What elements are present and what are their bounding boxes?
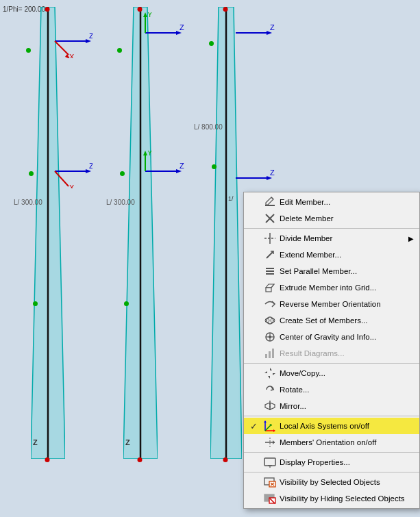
menu-item-center-gravity[interactable]: Center of Gravity and Info... (244, 329, 419, 345)
svg-marker-71 (273, 440, 275, 444)
svg-text:X: X (69, 53, 75, 58)
icon-extend (263, 249, 277, 261)
svg-text:Y: Y (147, 151, 153, 157)
menu-label-display-properties: Display Properties... (280, 458, 414, 466)
svg-marker-57 (270, 368, 272, 373)
length-label-2: L/ 300.00 (106, 199, 135, 206)
svg-point-53 (269, 336, 271, 338)
svg-text:Z: Z (89, 31, 92, 40)
node-green-2b (120, 171, 125, 176)
menu-label-local-axis: Local Axis Systems on/off (280, 422, 414, 430)
svg-text:Z: Z (180, 23, 184, 31)
menu-item-reverse-orientation[interactable]: Reverse Member Orientation (244, 296, 419, 312)
svg-line-11 (55, 171, 69, 186)
z-label-bottom-2: Z (125, 438, 130, 446)
separator-sep4 (244, 452, 419, 453)
axis-mid-1: Z X (51, 151, 92, 188)
length-label-1: L/ 300.00 (14, 199, 42, 206)
menu-item-extrude-member[interactable]: Extrude Member into Grid... (244, 279, 419, 296)
svg-marker-62 (265, 403, 270, 409)
icon-axis (263, 420, 277, 432)
menu-item-rotate[interactable]: Rotate... (244, 381, 419, 398)
svg-rect-56 (272, 349, 274, 358)
separator-sep2 (244, 363, 419, 364)
svg-marker-59 (264, 371, 269, 373)
menu-label-visibility-selected: Visibility by Selected Objects (280, 478, 414, 486)
svg-text:Y: Y (147, 12, 153, 18)
menu-label-delete-member: Delete Member (280, 214, 414, 223)
beam-svg-2 (123, 7, 158, 459)
axis-mid-3: Z (232, 157, 277, 195)
menu-item-local-axis[interactable]: ✓Local Axis Systems on/off (244, 418, 419, 434)
icon-mirror (263, 400, 277, 412)
svg-line-5 (55, 41, 69, 55)
axis-mid-2: Z Y (142, 151, 186, 188)
small-label-3: 1/ (228, 195, 234, 202)
menu-label-rotate: Rotate... (280, 386, 414, 394)
node-top-1 (45, 7, 50, 12)
menu-item-visibility-selected[interactable]: Visibility by Selected Objects (244, 474, 419, 490)
svg-text:Z: Z (270, 23, 275, 31)
menu-item-move-copy[interactable]: Move/Copy... (244, 365, 419, 381)
icon-rotate (263, 383, 277, 396)
menu-label-members-orientation: Members' Orientation on/off (280, 438, 414, 446)
svg-text:Z: Z (180, 162, 184, 170)
node-green-1c (33, 301, 38, 306)
beam-svg-3 (210, 7, 242, 459)
submenu-arrow-divide-member: ▶ (408, 235, 414, 242)
menu-item-members-orientation[interactable]: Members' Orientation on/off (244, 434, 419, 451)
viewport: 1/Phi= 200.00 Z X (0, 0, 420, 517)
checkmark-local-axis: ✓ (247, 421, 260, 431)
icon-delete (263, 212, 277, 225)
node-green-2c (124, 301, 129, 306)
node-bottom-2 (138, 457, 143, 462)
menu-item-edit-member[interactable]: Edit Member... (244, 194, 419, 210)
separator-sep5 (244, 472, 419, 472)
icon-parallel (263, 265, 277, 277)
svg-line-40 (267, 251, 273, 258)
icon-display (263, 456, 277, 468)
axis-top-3: Z (232, 12, 277, 50)
menu-item-divide-member[interactable]: Divide Member▶ (244, 230, 419, 247)
node-bottom-1 (45, 457, 50, 462)
menu-item-extend-member[interactable]: Extend Member... (244, 247, 419, 263)
icon-reverse (263, 298, 277, 310)
node-top-2 (138, 7, 143, 12)
svg-marker-63 (270, 403, 275, 409)
svg-rect-73 (264, 458, 275, 466)
icon-vis-selected (263, 476, 277, 488)
menu-label-move-copy: Move/Copy... (280, 369, 414, 377)
menu-label-visibility-hiding: Visibility by Hiding Selected Objects (280, 494, 414, 503)
menu-item-create-set[interactable]: Create Set of Members... (244, 312, 419, 329)
svg-text:Z: Z (270, 168, 275, 177)
menu-label-mirror: Mirror... (280, 402, 414, 410)
beam-svg-1 (31, 7, 65, 459)
menu-label-create-set: Create Set of Members... (280, 316, 414, 325)
node-top-3 (223, 7, 228, 12)
node-bottom-3 (223, 457, 228, 462)
context-menu: Edit Member...Delete MemberDivide Member… (243, 192, 420, 509)
svg-rect-54 (265, 354, 267, 358)
menu-item-set-parallel[interactable]: Set Parallel Member... (244, 263, 419, 279)
icon-set (263, 314, 277, 327)
svg-marker-65 (264, 420, 267, 423)
menu-item-result-diagrams: Result Diagrams... (244, 345, 419, 362)
axis-top-1: Z X (51, 21, 92, 58)
svg-rect-44 (266, 288, 271, 292)
icon-divide (263, 232, 277, 244)
icon-move (263, 367, 277, 379)
z-label-bottom-1: Z (33, 438, 38, 446)
menu-item-visibility-hiding[interactable]: Visibility by Hiding Selected Objects (244, 490, 419, 507)
icon-extrude (263, 281, 277, 294)
menu-label-set-parallel: Set Parallel Member... (280, 267, 414, 275)
icon-orientation (263, 436, 277, 449)
svg-point-47 (267, 317, 273, 324)
view-column-1: Z X Z X Z L/ 300.00 (14, 0, 82, 466)
node-green-1a (26, 48, 31, 53)
menu-label-edit-member: Edit Member... (280, 198, 414, 206)
menu-item-mirror[interactable]: Mirror... (244, 398, 419, 414)
menu-item-delete-member[interactable]: Delete Member (244, 210, 419, 227)
node-green-3b (212, 164, 217, 169)
menu-item-display-properties[interactable]: Display Properties... (244, 454, 419, 470)
icon-edit (263, 196, 277, 208)
